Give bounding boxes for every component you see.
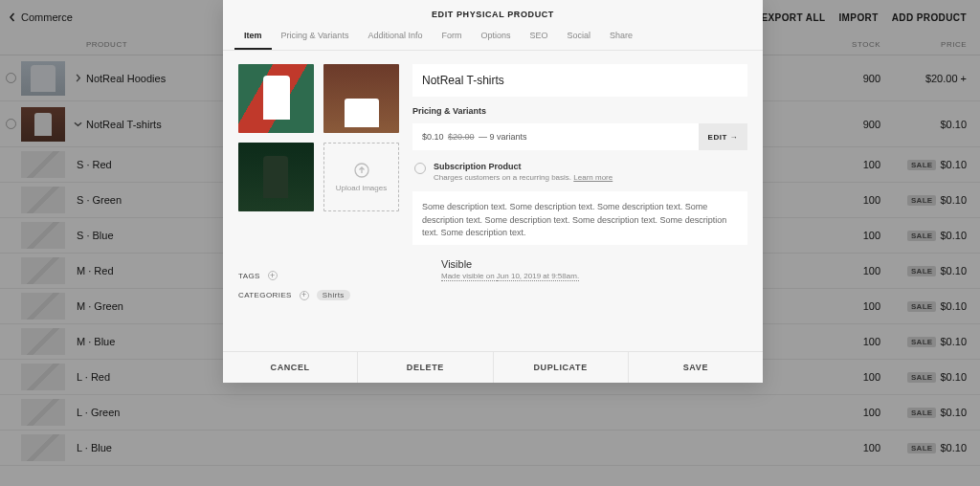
description-input[interactable]: Some description text. Some description … xyxy=(412,191,747,245)
product-name-input[interactable]: NotReal T-shirts xyxy=(412,64,747,97)
delete-button[interactable]: DELETE xyxy=(357,352,492,383)
tab-seo[interactable]: SEO xyxy=(520,23,557,50)
visibility-label: Visible xyxy=(441,258,747,270)
subscription-desc: Charges customers on a recurring basis. … xyxy=(434,173,612,182)
subscription-toggle[interactable] xyxy=(414,163,426,174)
tab-options[interactable]: Options xyxy=(471,23,520,50)
tab-item[interactable]: Item xyxy=(234,23,272,50)
upload-images-button[interactable]: Upload images xyxy=(323,143,399,211)
tags-label: TAGS xyxy=(238,272,260,280)
modal-left-column: Upload images TAGS + CATEGORIES + Shirts xyxy=(238,64,399,343)
product-image[interactable] xyxy=(323,64,399,133)
cancel-button[interactable]: CANCEL xyxy=(223,352,357,383)
pricing-summary: $0.10 $20.00 — 9 variants xyxy=(412,123,699,150)
visibility-block[interactable]: Visible Made visible on Jun 10, 2019 at … xyxy=(412,253,747,280)
modal-title: EDIT PHYSICAL PRODUCT xyxy=(223,0,763,23)
save-button[interactable]: SAVE xyxy=(628,352,763,383)
tab-share[interactable]: Share xyxy=(600,23,642,50)
edit-product-modal: EDIT PHYSICAL PRODUCT ItemPricing & Vari… xyxy=(223,0,763,383)
modal-tabs: ItemPricing & VariantsAdditional InfoFor… xyxy=(223,23,763,51)
edit-variants-button[interactable]: EDIT → xyxy=(699,123,747,150)
tab-social[interactable]: Social xyxy=(557,23,600,50)
visibility-when: Made visible on Jun 10, 2019 at 9:58am. xyxy=(441,272,747,280)
add-tag-button[interactable]: + xyxy=(268,271,278,280)
pricing-variants-label: Pricing & Variants xyxy=(412,104,747,116)
upload-label: Upload images xyxy=(336,184,387,192)
tab-additional-info[interactable]: Additional Info xyxy=(358,23,432,50)
add-category-button[interactable]: + xyxy=(300,291,309,300)
original-price: $20.00 xyxy=(448,132,475,142)
pricing-variants-row: $0.10 $20.00 — 9 variants EDIT → xyxy=(412,123,747,150)
subscription-row[interactable]: Subscription Product Charges customers o… xyxy=(412,158,747,184)
category-pill[interactable]: Shirts xyxy=(317,290,350,300)
modal-footer: CANCEL DELETE DUPLICATE SAVE xyxy=(223,351,763,383)
visibility-date: Jun 10, 2019 at 9:58am. xyxy=(497,272,579,281)
upload-icon xyxy=(354,163,369,178)
variant-count: — 9 variants xyxy=(479,132,527,142)
product-image[interactable] xyxy=(238,64,314,133)
tags-row: TAGS + xyxy=(238,271,399,280)
categories-row: CATEGORIES + Shirts xyxy=(238,290,399,300)
subscription-title: Subscription Product xyxy=(434,162,612,171)
duplicate-button[interactable]: DUPLICATE xyxy=(493,352,628,383)
learn-more-link[interactable]: Learn more xyxy=(573,173,612,182)
price-value: $0.10 xyxy=(422,132,444,142)
product-image[interactable] xyxy=(238,143,314,211)
tab-form[interactable]: Form xyxy=(432,23,471,50)
modal-right-column: NotReal T-shirts Pricing & Variants $0.1… xyxy=(412,64,747,343)
tab-pricing-variants[interactable]: Pricing & Variants xyxy=(272,23,359,50)
image-grid: Upload images xyxy=(238,64,399,211)
categories-label: CATEGORIES xyxy=(238,291,292,299)
